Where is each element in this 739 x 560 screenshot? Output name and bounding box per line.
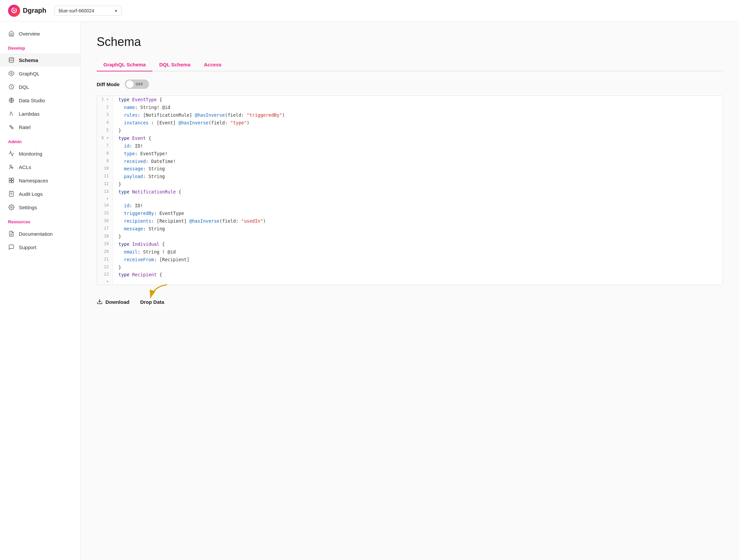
table-row: 16 recipients: [Recipient] @hasInverse(f… xyxy=(97,217,723,225)
arrow-annotation xyxy=(147,283,174,300)
table-row: 2 name: String! @id xyxy=(97,104,723,111)
drop-data-button[interactable]: Drop Data xyxy=(140,299,164,305)
table-row: 11 payload: String xyxy=(97,173,723,180)
sidebar-item-acls[interactable]: ACLs xyxy=(0,160,80,174)
table-row: 6 ▾ type Event { xyxy=(97,134,723,142)
svg-point-12 xyxy=(11,167,13,169)
sidebar-item-ratel[interactable]: Ratel xyxy=(0,120,80,134)
monitoring-icon xyxy=(8,150,15,157)
tab-dql-schema[interactable]: DQL Schema xyxy=(152,58,197,71)
sidebar-label-auditlogs: Audit Logs xyxy=(19,191,43,197)
sidebar-item-namespaces[interactable]: Namespaces xyxy=(0,174,80,187)
table-row: 8 type: EventType! xyxy=(97,150,723,158)
namespaces-icon xyxy=(8,177,15,184)
documentation-icon xyxy=(8,230,15,237)
schema-icon xyxy=(8,57,15,63)
sidebar-item-documentation[interactable]: Documentation xyxy=(0,227,80,240)
sidebar-item-support[interactable]: Support xyxy=(0,240,80,254)
svg-rect-15 xyxy=(9,181,11,183)
svg-text:LOG: LOG xyxy=(10,191,12,193)
diff-mode-toggle[interactable]: OFF xyxy=(125,79,149,89)
ratel-icon xyxy=(8,124,15,130)
svg-point-0 xyxy=(13,9,15,11)
sidebar-section-admin: Admin xyxy=(0,134,80,147)
tabs-bar: GraphQL Schema DQL Schema Access xyxy=(97,58,723,71)
table-row: 17 message: String xyxy=(97,225,723,233)
svg-point-21 xyxy=(11,207,12,208)
sidebar-label-acls: ACLs xyxy=(19,164,31,170)
tab-graphql-schema[interactable]: GraphQL Schema xyxy=(97,58,152,71)
drop-data-container: Drop Data xyxy=(140,299,164,305)
svg-point-8 xyxy=(12,127,13,129)
table-row: 5 } xyxy=(97,127,723,134)
content-area: Schema GraphQL Schema DQL Schema Access … xyxy=(81,21,739,560)
table-row: 15 triggeredBy: EventType xyxy=(97,210,723,217)
table-row: 4 instances : [Event] @hasInverse(field:… xyxy=(97,119,723,127)
sidebar-item-dql[interactable]: DQL xyxy=(0,80,80,94)
lambdas-icon xyxy=(8,110,15,117)
table-row: 19 type Individual { xyxy=(97,240,723,248)
support-icon xyxy=(8,244,15,250)
sidebar-label-documentation: Documentation xyxy=(19,231,53,237)
table-row: 13 ▾ type NotificationRule { xyxy=(97,188,723,202)
sidebar-label-settings: Settings xyxy=(19,205,37,210)
sidebar-section-resources: Resources xyxy=(0,214,80,227)
tab-access[interactable]: Access xyxy=(197,58,229,71)
dql-icon xyxy=(8,83,15,90)
toggle-text: OFF xyxy=(136,82,143,86)
sidebar-item-schema[interactable]: Schema xyxy=(0,53,80,67)
table-row: 18 } xyxy=(97,233,723,240)
svg-marker-2 xyxy=(9,71,14,76)
main-layout: Overview Develop Schema GraphQL xyxy=(0,21,739,560)
acls-icon xyxy=(8,164,15,170)
sidebar-label-overview: Overview xyxy=(19,31,40,37)
diff-mode-label: Diff Mode xyxy=(97,81,119,87)
svg-point-11 xyxy=(10,165,12,167)
sidebar-item-monitoring[interactable]: Monitoring xyxy=(0,147,80,160)
sidebar-label-ratel: Ratel xyxy=(19,124,31,130)
auditlogs-icon: LOG xyxy=(8,190,15,197)
sidebar-item-auditlogs[interactable]: LOG Audit Logs xyxy=(0,187,80,201)
table-row: 20 email: String ! @id xyxy=(97,248,723,256)
table-row: 3 rules: [NotificationRule] @hasInverse(… xyxy=(97,111,723,119)
sidebar-item-graphql[interactable]: GraphQL xyxy=(0,67,80,80)
topbar: Dgraph blue-surf-660024 ▾ xyxy=(0,0,739,21)
download-icon xyxy=(97,298,103,305)
sidebar-item-settings[interactable]: Settings xyxy=(0,201,80,214)
table-row: 9 received: DateTime! xyxy=(97,158,723,165)
drop-data-label: Drop Data xyxy=(140,299,164,305)
table-row: 7 id: ID! xyxy=(97,142,723,150)
svg-rect-16 xyxy=(12,181,14,183)
sidebar-label-dql: DQL xyxy=(19,84,29,90)
sidebar-label-graphql: GraphQL xyxy=(19,71,40,76)
table-row: 12 } xyxy=(97,180,723,188)
table-row: 1 ▾ type EventType { xyxy=(97,96,723,104)
page-title: Schema xyxy=(97,35,723,49)
graphql-icon xyxy=(8,70,15,77)
download-button[interactable]: Download xyxy=(97,298,130,305)
sidebar-label-support: Support xyxy=(19,244,37,250)
instance-selector[interactable]: blue-surf-660024 ▾ xyxy=(54,6,121,16)
sidebar-label-monitoring: Monitoring xyxy=(19,151,42,157)
toggle-circle xyxy=(126,80,134,88)
sidebar-item-lambdas[interactable]: Lambdas xyxy=(0,107,80,120)
download-label: Download xyxy=(105,299,130,305)
table-row: 21 receiveFrom: [Recipient] xyxy=(97,256,723,264)
sidebar-label-schema: Schema xyxy=(19,57,38,63)
sidebar-item-datastudio[interactable]: Data Studio xyxy=(0,94,80,107)
sidebar: Overview Develop Schema GraphQL xyxy=(0,21,81,560)
logo: Dgraph xyxy=(8,5,46,17)
datastudio-icon xyxy=(8,97,15,104)
bottom-toolbar: Download Drop Data xyxy=(97,293,723,311)
table-row: 23 ▾ type Recipient { xyxy=(97,271,723,285)
svg-point-3 xyxy=(11,73,12,74)
code-editor: 1 ▾ type EventType { 2 name: String! @id… xyxy=(97,96,723,285)
code-lines: 1 ▾ type EventType { 2 name: String! @id… xyxy=(97,96,723,285)
svg-point-1 xyxy=(9,58,14,59)
svg-point-7 xyxy=(10,125,11,127)
svg-rect-14 xyxy=(12,178,14,180)
sidebar-label-datastudio: Data Studio xyxy=(19,98,45,103)
settings-icon xyxy=(8,204,15,211)
logo-icon xyxy=(8,5,20,17)
sidebar-item-overview[interactable]: Overview xyxy=(0,27,80,40)
